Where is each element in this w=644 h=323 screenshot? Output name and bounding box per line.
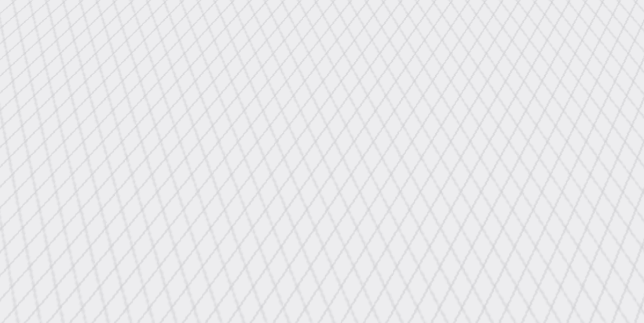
model-corner-bracket[interactable]: [19, 32, 532, 299]
mounting-hole-bottom: [268, 228, 284, 242]
right-scroll-strip[interactable]: [639, 0, 644, 323]
front-leg-left: [189, 217, 232, 299]
top-pocket: [244, 146, 311, 179]
z-axis-line: [13, 0, 28, 54]
ui-overlays: [554, 0, 644, 323]
scene-canvas[interactable]: [0, 0, 644, 323]
front-leg-right: [322, 217, 363, 299]
cad-viewport[interactable]: [0, 0, 644, 323]
mounting-hole-top: [269, 203, 285, 217]
top-right-panel-edge[interactable]: [554, 0, 644, 8]
x-axis-line: [230, 291, 271, 323]
